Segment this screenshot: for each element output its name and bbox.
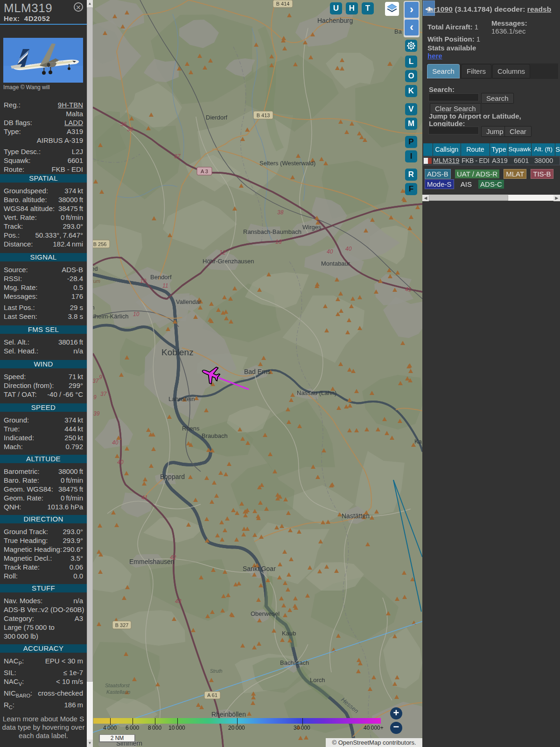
- svg-text:9: 9: [93, 394, 97, 401]
- svg-text:Oberwesel: Oberwesel: [251, 610, 280, 617]
- svg-text:Emmelshausen: Emmelshausen: [129, 558, 175, 565]
- svg-text:Lahnstein: Lahnstein: [168, 395, 195, 402]
- svg-text:36: 36: [120, 121, 127, 127]
- svg-text:Selters (Westerwald): Selters (Westerwald): [259, 160, 315, 167]
- svg-text:40: 40: [117, 459, 124, 465]
- svg-text:Ba: Ba: [394, 28, 402, 35]
- svg-text:Koblenz: Koblenz: [161, 347, 194, 357]
- svg-text:Rheinböllen: Rheinböllen: [211, 711, 246, 718]
- svg-text:11: 11: [162, 282, 168, 289]
- svg-text:Hachenburg: Hachenburg: [317, 17, 353, 24]
- svg-text:9: 9: [99, 374, 102, 381]
- svg-text:ülheim-Kärlich: ülheim-Kärlich: [93, 313, 128, 320]
- svg-text:Montabaur: Montabaur: [321, 260, 350, 267]
- svg-text:41: 41: [405, 286, 411, 293]
- svg-text:37: 37: [174, 153, 181, 160]
- svg-text:n: n: [93, 304, 95, 311]
- svg-text:Nastätten: Nastätten: [342, 512, 370, 520]
- svg-text:43: 43: [175, 598, 182, 605]
- svg-text:12: 12: [219, 249, 226, 256]
- svg-text:36: 36: [127, 126, 133, 133]
- svg-text:Höhr-Grenzhausen: Höhr-Grenzhausen: [203, 258, 254, 265]
- svg-text:Vallendar: Vallendar: [176, 298, 202, 305]
- svg-text:B 414: B 414: [276, 1, 290, 7]
- svg-text:ed: ed: [93, 266, 98, 272]
- svg-text:Rhens: Rhens: [182, 425, 200, 432]
- svg-text:Dierdorf: Dierdorf: [206, 114, 228, 121]
- svg-text:Ka: Ka: [414, 438, 422, 445]
- svg-text:B 256: B 256: [93, 241, 107, 247]
- svg-text:A 61: A 61: [207, 692, 217, 698]
- svg-text:Bad Ems: Bad Ems: [244, 368, 271, 375]
- svg-text:Kastellaun: Kastellaun: [106, 689, 130, 695]
- svg-text:Staatsforst: Staatsforst: [105, 683, 130, 688]
- svg-text:37: 37: [100, 391, 107, 397]
- svg-text:Nassau (Lahn): Nassau (Lahn): [297, 389, 336, 396]
- svg-text:Ransbach-Baumbach: Ransbach-Baumbach: [243, 228, 301, 235]
- svg-text:37: 37: [93, 378, 99, 384]
- svg-text:41: 41: [141, 494, 147, 501]
- svg-text:13: 13: [275, 239, 282, 245]
- svg-text:B 413: B 413: [257, 113, 270, 118]
- svg-text:Lorch: Lorch: [310, 677, 325, 684]
- svg-text:Sankt Goar: Sankt Goar: [243, 565, 276, 572]
- svg-text:10: 10: [140, 278, 147, 284]
- svg-text:Bacharach: Bacharach: [280, 659, 309, 666]
- svg-text:40: 40: [112, 439, 119, 446]
- svg-text:40: 40: [345, 246, 352, 252]
- svg-text:39: 39: [93, 410, 100, 417]
- svg-text:A 3: A 3: [201, 169, 208, 174]
- svg-text:Boppard: Boppard: [160, 473, 185, 480]
- svg-text:Braubach: Braubach: [202, 432, 228, 439]
- svg-text:B 327: B 327: [115, 622, 129, 628]
- svg-text:Struth: Struth: [210, 669, 223, 674]
- svg-text:38: 38: [277, 209, 284, 216]
- svg-text:40: 40: [327, 248, 333, 255]
- svg-text:rum: rum: [93, 278, 100, 284]
- svg-text:Wirges: Wirges: [302, 224, 322, 231]
- svg-text:Bendorf: Bendorf: [150, 274, 172, 281]
- svg-text:Kaub: Kaub: [282, 630, 296, 637]
- svg-text:10: 10: [133, 311, 140, 317]
